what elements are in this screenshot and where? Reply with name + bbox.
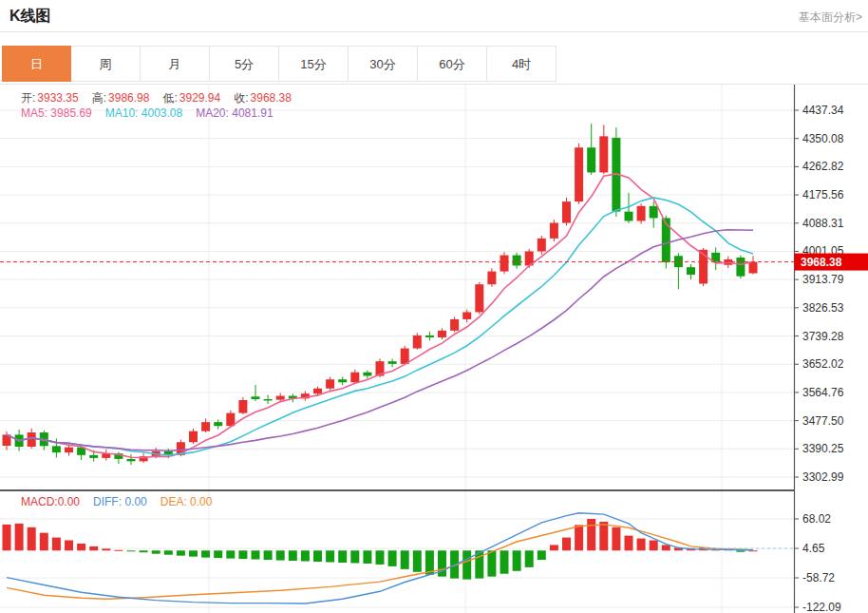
- ma20-legend: MA20: 4081.91: [196, 106, 273, 120]
- price-axis-label: 3739.28: [802, 330, 844, 343]
- price-axis-label: 3564.76: [802, 386, 844, 399]
- candle-body: [749, 262, 758, 274]
- macd-bar: [736, 550, 745, 551]
- tab-60min[interactable]: 60分: [418, 46, 487, 82]
- candle-body: [587, 147, 595, 172]
- high-value: 3986.98: [108, 91, 149, 105]
- candle-body: [238, 400, 247, 413]
- diff-value: DIFF: 0.00: [93, 495, 147, 508]
- macd-bar: [550, 545, 558, 550]
- candle-body: [264, 399, 273, 401]
- macd-bar: [413, 550, 422, 572]
- macd-bar: [214, 550, 222, 558]
- tab-30min[interactable]: 30分: [349, 46, 418, 82]
- macd-bar: [438, 550, 446, 576]
- period-tab-bar: 日 周 月 5分 15分 30分 60分 4时: [0, 46, 868, 85]
- macd-bar: [500, 550, 509, 573]
- low-label: 低:: [162, 91, 177, 105]
- macd-bar: [252, 550, 260, 559]
- candle-body: [214, 422, 222, 426]
- macd-bar: [238, 550, 247, 559]
- close-label: 收:: [234, 91, 248, 105]
- macd-bar: [189, 550, 198, 556]
- candle-body: [462, 312, 471, 318]
- fundamental-analysis-link[interactable]: 基本面分析>: [799, 10, 862, 26]
- candle-body: [413, 335, 422, 349]
- price-axis-label: 4088.31: [802, 217, 844, 230]
- candle-body: [487, 272, 496, 285]
- macd-bar: [89, 546, 98, 550]
- page-header: K线图 基本面分析>: [0, 0, 868, 32]
- price-axis-label: 3477.50: [802, 414, 844, 428]
- candle-body: [625, 212, 633, 221]
- macd-bar: [102, 548, 110, 550]
- macd-bar: [587, 519, 595, 550]
- candle-body: [438, 331, 446, 337]
- candle-body: [575, 147, 583, 201]
- candle-body: [388, 361, 397, 364]
- tab-week[interactable]: 周: [71, 46, 141, 82]
- ohlc-legend: 开:3933.35高:3986.98低:3929.94收:3968.38: [21, 90, 292, 106]
- macd-axis-label: 68.02: [802, 512, 831, 526]
- price-axis-label: 4350.08: [802, 132, 844, 145]
- macd-bar: [28, 527, 36, 550]
- candle-body: [736, 258, 745, 277]
- macd-bar: [326, 550, 334, 562]
- macd-bar: [40, 533, 48, 551]
- candle-body: [425, 335, 434, 337]
- candle-body: [52, 446, 61, 452]
- macd-bar: [15, 524, 24, 550]
- macd-bar: [637, 539, 646, 551]
- candle-body: [500, 256, 509, 272]
- macd-bar: [114, 550, 123, 551]
- price-axis-label: 3390.25: [802, 442, 844, 455]
- macd-bar: [3, 525, 11, 550]
- candle-body: [350, 373, 359, 383]
- macd-bar: [276, 550, 285, 560]
- page-title: K线图: [9, 7, 51, 27]
- candle-body: [201, 422, 210, 431]
- tab-month[interactable]: 月: [141, 46, 210, 82]
- macd-bar: [338, 550, 347, 563]
- macd-bar: [538, 550, 546, 560]
- tab-day[interactable]: 日: [2, 46, 71, 82]
- macd-bar: [525, 550, 534, 567]
- macd-bar: [350, 550, 359, 563]
- price-axis-label: 4175.56: [802, 188, 844, 201]
- kline-page: K线图 基本面分析> 日 周 月 5分 15分 30分 60分 4时 开:393…: [0, 0, 868, 613]
- candle-body: [313, 389, 322, 393]
- macd-bar: [401, 550, 409, 569]
- candle-body: [475, 284, 483, 312]
- macd-bar: [140, 550, 148, 552]
- ma10-line: [7, 198, 753, 455]
- candle-body: [252, 396, 260, 399]
- high-label: 高:: [92, 91, 106, 105]
- macd-bar: [599, 522, 608, 550]
- macd-bar: [650, 541, 658, 551]
- tab-15min[interactable]: 15分: [279, 46, 349, 82]
- candle-body: [127, 459, 136, 461]
- tab-5min[interactable]: 5分: [210, 46, 279, 82]
- macd-bar: [388, 550, 397, 566]
- macd-bar: [164, 550, 173, 554]
- macd-bar: [177, 550, 185, 555]
- macd-bar: [575, 525, 583, 550]
- tab-4hour[interactable]: 4时: [487, 46, 557, 82]
- candle-body: [599, 136, 608, 172]
- macd-bar: [625, 536, 633, 551]
- macd-value: MACD:0.00: [21, 495, 80, 508]
- candle-body: [189, 431, 198, 443]
- macd-bar: [462, 550, 471, 579]
- ma10-legend: MA10: 4003.08: [105, 106, 182, 120]
- macd-bar: [376, 550, 385, 565]
- macd-bar: [513, 550, 521, 571]
- macd-bar: [152, 550, 160, 553]
- ma20-line: [7, 230, 753, 451]
- candle-body: [326, 379, 334, 389]
- macd-bar: [77, 544, 85, 550]
- candle-body: [650, 206, 658, 219]
- ma5-legend: MA5: 3985.69: [21, 106, 92, 120]
- macd-bar: [52, 538, 61, 551]
- candle-body: [276, 396, 285, 400]
- macd-bar: [301, 550, 310, 561]
